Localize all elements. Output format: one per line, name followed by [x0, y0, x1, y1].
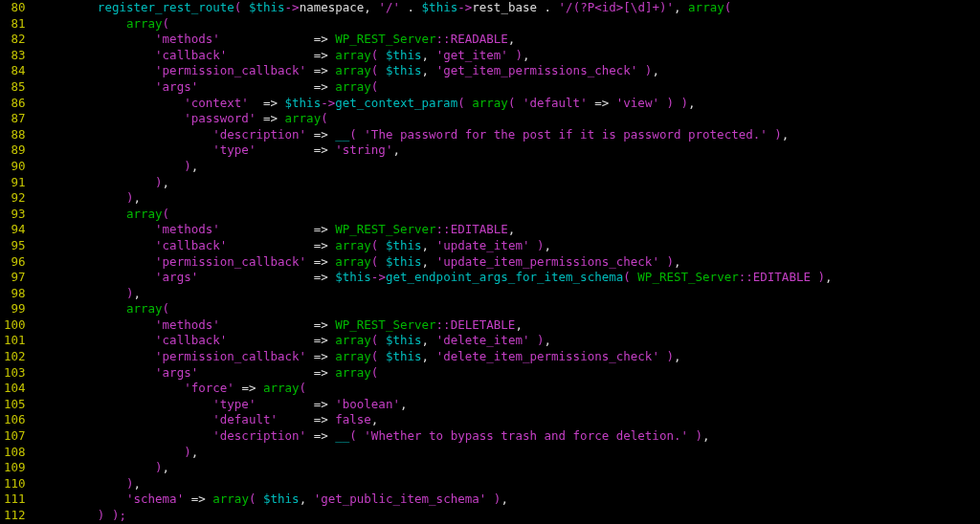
- code-line: 108 ),: [4, 445, 198, 459]
- line-number: 81: [4, 16, 40, 31]
- line-number: 94: [4, 222, 40, 236]
- code-line: 95 'callback' => array( $this, 'update_i…: [4, 238, 551, 252]
- code-line: 112 ) );: [4, 508, 126, 522]
- code-line: 81 array(: [4, 16, 169, 31]
- line-number: 80: [4, 0, 40, 14]
- line-number: 107: [4, 428, 40, 443]
- line-number: 108: [4, 445, 40, 459]
- code-line: 80 register_rest_route( $this->namespace…: [4, 0, 731, 14]
- code-line: 110 ),: [4, 476, 141, 491]
- code-line: 107 'description' => __( 'Whether to byp…: [4, 428, 710, 443]
- code-line: 96 'permission_callback' => array( $this…: [4, 254, 681, 269]
- line-number: 84: [4, 63, 40, 77]
- line-number: 85: [4, 79, 40, 94]
- line-number: 102: [4, 349, 40, 363]
- line-number: 92: [4, 190, 40, 205]
- line-number: 88: [4, 127, 40, 142]
- code-line: 89 'type' => 'string',: [4, 142, 400, 157]
- code-line: 92 ),: [4, 190, 141, 205]
- code-line: 104 'force' => array(: [4, 381, 306, 395]
- line-number: 83: [4, 48, 40, 62]
- line-number: 104: [4, 381, 40, 395]
- code-line: 90 ),: [4, 159, 198, 173]
- code-line: 87 'password' => array(: [4, 111, 328, 125]
- code-line: 86 'context' => $this->get_context_param…: [4, 96, 696, 110]
- line-number: 112: [4, 508, 40, 522]
- code-line: 91 ),: [4, 175, 169, 189]
- line-number: 109: [4, 460, 40, 474]
- code-line: 111 'schema' => array( $this, 'get_publi…: [4, 491, 508, 506]
- line-number: 87: [4, 111, 40, 125]
- code-line: 98 ),: [4, 286, 141, 300]
- code-line: 88 'description' => __( 'The password fo…: [4, 127, 789, 142]
- code-line: 84 'permission_callback' => array( $this…: [4, 63, 659, 77]
- code-line: 102 'permission_callback' => array( $thi…: [4, 349, 681, 363]
- line-number: 111: [4, 491, 40, 506]
- code-line: 99 array(: [4, 301, 169, 316]
- code-line: 106 'default' => false,: [4, 412, 378, 426]
- line-number: 100: [4, 317, 40, 332]
- code-line: 94 'methods' => WP_REST_Server::EDITABLE…: [4, 222, 515, 236]
- line-number: 99: [4, 301, 40, 316]
- line-number: 97: [4, 270, 40, 284]
- line-number: 103: [4, 365, 40, 380]
- code-line: 85 'args' => array(: [4, 79, 378, 94]
- code-line: 97 'args' => $this->get_endpoint_args_fo…: [4, 270, 833, 284]
- code-line: 83 'callback' => array( $this, 'get_item…: [4, 48, 529, 62]
- code-line: 105 'type' => 'boolean',: [4, 397, 407, 411]
- code-line: 93 array(: [4, 207, 169, 221]
- line-number: 95: [4, 238, 40, 252]
- line-number: 82: [4, 32, 40, 46]
- code-line: 109 ),: [4, 460, 169, 474]
- line-number: 106: [4, 412, 40, 426]
- line-number: 105: [4, 397, 40, 411]
- line-number: 98: [4, 286, 40, 300]
- line-number: 101: [4, 333, 40, 347]
- code-line: 100 'methods' => WP_REST_Server::DELETAB…: [4, 317, 523, 332]
- line-number: 90: [4, 159, 40, 173]
- line-number: 93: [4, 207, 40, 221]
- code-line: 82 'methods' => WP_REST_Server::READABLE…: [4, 32, 515, 46]
- code-line: 103 'args' => array(: [4, 365, 378, 380]
- line-number: 86: [4, 96, 40, 110]
- code-editor[interactable]: 80 register_rest_route( $this->namespace…: [0, 0, 980, 524]
- line-number: 89: [4, 142, 40, 157]
- code-line: 101 'callback' => array( $this, 'delete_…: [4, 333, 551, 347]
- line-number: 110: [4, 476, 40, 491]
- line-number: 96: [4, 254, 40, 269]
- line-number: 91: [4, 175, 40, 189]
